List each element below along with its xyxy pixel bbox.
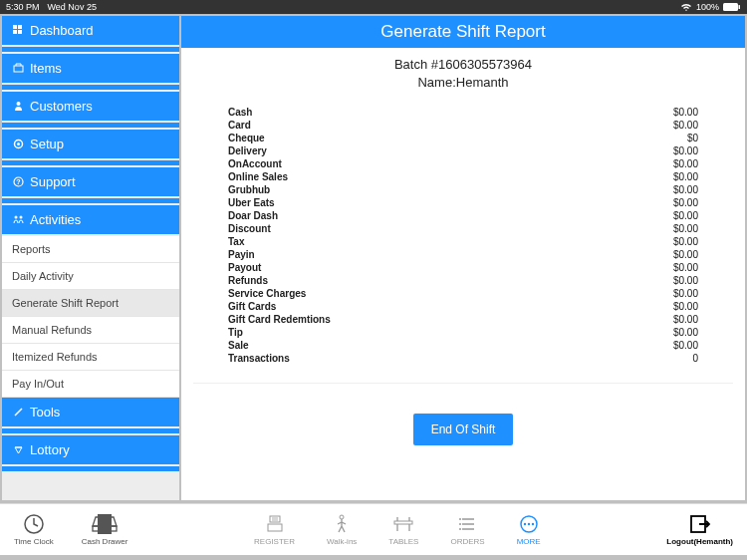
sidebar-label: Dashboard bbox=[30, 23, 94, 38]
svg-point-24 bbox=[523, 523, 525, 525]
sidebar-label: Activities bbox=[30, 212, 81, 227]
report-row-label: Online Sales bbox=[228, 171, 288, 182]
sidebar-sub-label: Pay In/Out bbox=[12, 378, 64, 390]
sidebar-item-dashboard[interactable]: Dashboard bbox=[2, 16, 179, 45]
bottom-label: Logout(Hemanth) bbox=[666, 537, 733, 546]
sidebar-divider bbox=[2, 47, 179, 52]
report-row-label: Sale bbox=[228, 340, 249, 351]
status-date: Wed Nov 25 bbox=[48, 2, 97, 12]
report-row-value: $0.00 bbox=[673, 340, 698, 351]
svg-point-12 bbox=[14, 216, 17, 219]
sidebar-sub-shift-report[interactable]: Generate Shift Report bbox=[2, 290, 179, 317]
svg-point-9 bbox=[17, 142, 20, 145]
report-row-value: $0.00 bbox=[673, 262, 698, 273]
sidebar-item-activities[interactable]: Activities bbox=[2, 205, 179, 234]
report-row-label: Service Charges bbox=[228, 288, 306, 299]
report-row-label: Payin bbox=[228, 249, 255, 260]
register-icon bbox=[265, 513, 285, 535]
report-table: Cash$0.00Card$0.00Cheque$0Delivery$0.00O… bbox=[193, 106, 733, 365]
report-row-value: $0.00 bbox=[673, 158, 698, 169]
orders-icon bbox=[459, 513, 477, 535]
sidebar-divider bbox=[2, 198, 179, 203]
report-row-value: $0.00 bbox=[673, 314, 698, 325]
sidebar-sub-itemized-refunds[interactable]: Itemized Refunds bbox=[2, 344, 179, 371]
report-row-value: $0.00 bbox=[673, 223, 698, 234]
bottom-logout[interactable]: Logout(Hemanth) bbox=[666, 513, 733, 546]
report-row: Card$0.00 bbox=[228, 119, 698, 132]
bottom-label: REGISTER bbox=[254, 537, 295, 546]
sidebar-label: Support bbox=[30, 174, 76, 189]
setup-icon bbox=[12, 139, 24, 150]
report-row-value: $0.00 bbox=[673, 145, 698, 156]
sidebar-spacer bbox=[2, 473, 179, 500]
sidebar-item-customers[interactable]: Customers bbox=[2, 92, 179, 121]
svg-rect-19 bbox=[394, 521, 412, 524]
svg-text:?: ? bbox=[16, 178, 20, 185]
report-row-label: Gift Card Redemtions bbox=[228, 314, 331, 325]
sidebar-label: Setup bbox=[30, 137, 64, 151]
svg-rect-1 bbox=[739, 5, 741, 9]
report-row: Gift Cards$0.00 bbox=[228, 300, 698, 313]
report-row: Tip$0.00 bbox=[228, 326, 698, 339]
clock-icon bbox=[23, 513, 45, 535]
report-row-value: $0.00 bbox=[673, 171, 698, 182]
report-row-label: Grubhub bbox=[228, 184, 270, 195]
sidebar-label: Tools bbox=[30, 405, 60, 420]
report-row-label: Tip bbox=[228, 327, 243, 338]
sidebar-item-setup[interactable]: Setup bbox=[2, 130, 179, 158]
sidebar-sub-reports[interactable]: Reports bbox=[2, 236, 179, 263]
content-area: Generate Shift Report Batch #16063055739… bbox=[181, 16, 745, 500]
sidebar-sub-payinout[interactable]: Pay In/Out bbox=[2, 371, 179, 398]
activities-icon bbox=[12, 214, 24, 226]
customers-icon bbox=[12, 101, 24, 113]
bottom-tables[interactable]: TABLES bbox=[388, 513, 418, 546]
tables-icon bbox=[392, 513, 414, 535]
sidebar-sub-daily[interactable]: Daily Activity bbox=[2, 263, 179, 290]
report-row: Discount$0.00 bbox=[228, 222, 698, 235]
report-row: Cash$0.00 bbox=[228, 106, 698, 119]
sidebar-divider bbox=[2, 123, 179, 128]
report-row: Transactions0 bbox=[228, 352, 698, 365]
report-row-label: Payout bbox=[228, 262, 261, 273]
report-row-label: Tax bbox=[228, 236, 245, 247]
report-row-label: Card bbox=[228, 120, 251, 131]
report-row-value: $0.00 bbox=[673, 327, 698, 338]
report-row-value: $0.00 bbox=[673, 288, 698, 299]
report-row-value: $0.00 bbox=[673, 107, 698, 118]
report-row-value: $0.00 bbox=[673, 301, 698, 312]
bottom-walkins[interactable]: Walk-ins bbox=[327, 513, 357, 546]
sidebar-sub-manual-refunds[interactable]: Manual Refunds bbox=[2, 317, 179, 344]
sidebar: Dashboard Items Customers Setup ? Suppor… bbox=[2, 16, 179, 500]
bottom-cash-drawer[interactable]: Cash Drawer bbox=[82, 513, 128, 546]
support-icon: ? bbox=[12, 176, 24, 188]
bottom-time-clock[interactable]: Time Clock bbox=[14, 513, 54, 546]
bottom-more[interactable]: MORE bbox=[517, 513, 541, 546]
bottom-label: MORE bbox=[517, 537, 541, 546]
bottom-label: Walk-ins bbox=[327, 537, 357, 546]
table-divider bbox=[193, 383, 733, 384]
bottom-bar: Time Clock Cash Drawer REGISTER Walk-ins… bbox=[0, 503, 747, 555]
report-row: OnAccount$0.00 bbox=[228, 157, 698, 170]
svg-point-20 bbox=[459, 518, 461, 520]
bottom-register[interactable]: REGISTER bbox=[254, 513, 295, 546]
sidebar-sub-label: Daily Activity bbox=[12, 270, 74, 282]
batch-info: Batch #1606305573964 Name:Hemanth bbox=[193, 56, 733, 92]
report-row-label: Discount bbox=[228, 223, 271, 234]
sidebar-divider bbox=[2, 428, 179, 433]
svg-rect-17 bbox=[268, 524, 282, 531]
sidebar-sub-label: Reports bbox=[12, 243, 51, 255]
sidebar-item-items[interactable]: Items bbox=[2, 54, 179, 83]
report-row: Grubhub$0.00 bbox=[228, 183, 698, 196]
svg-point-22 bbox=[459, 528, 461, 530]
sidebar-item-lottory[interactable]: Lottory bbox=[2, 435, 179, 464]
sidebar-item-tools[interactable]: Tools bbox=[2, 398, 179, 426]
svg-point-13 bbox=[19, 216, 22, 219]
sidebar-divider bbox=[2, 466, 179, 471]
svg-point-21 bbox=[459, 523, 461, 525]
end-of-shift-button[interactable]: End Of Shift bbox=[413, 414, 514, 445]
sidebar-divider bbox=[2, 85, 179, 90]
sidebar-label: Lottory bbox=[30, 442, 70, 457]
bottom-orders[interactable]: ORDERS bbox=[450, 513, 484, 546]
report-row-label: OnAccount bbox=[228, 158, 282, 169]
sidebar-item-support[interactable]: ? Support bbox=[2, 167, 179, 196]
